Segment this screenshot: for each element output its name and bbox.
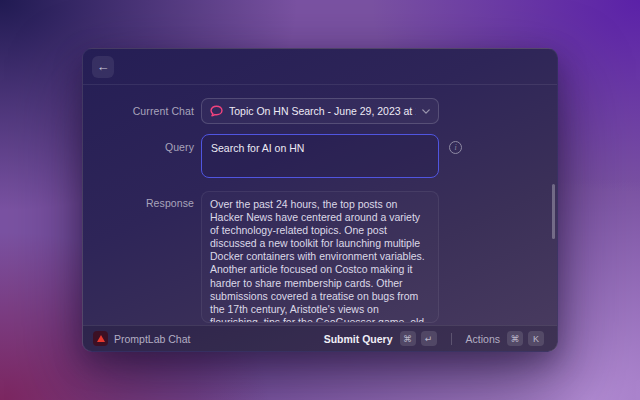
current-chat-value: Topic On HN Search - June 29, 2023 at 1:… <box>229 105 416 117</box>
info-icon[interactable]: i <box>449 141 462 154</box>
scrollbar-thumb[interactable] <box>552 184 555 239</box>
footer-bar: PromptLab Chat Submit Query ⌘ ↵ Actions … <box>83 325 557 351</box>
header-divider <box>83 84 557 85</box>
current-chat-dropdown[interactable]: Topic On HN Search - June 29, 2023 at 1:… <box>201 98 439 124</box>
back-button[interactable]: ← <box>92 56 114 78</box>
command-key-icon: ⌘ <box>507 331 523 346</box>
response-text[interactable]: Over the past 24 hours, the top posts on… <box>201 191 439 323</box>
chevron-down-icon <box>422 109 430 114</box>
footer-separator <box>451 333 452 345</box>
window-header: ← <box>83 49 557 84</box>
query-input[interactable]: Search for AI on HN <box>201 134 439 178</box>
app-name: PromptLab Chat <box>114 333 190 345</box>
k-key-icon: K <box>528 331 544 346</box>
promptlab-logo-icon <box>93 331 108 346</box>
submit-query-label: Submit Query <box>324 333 393 345</box>
chat-bubble-icon <box>210 105 223 117</box>
query-label: Query <box>83 141 194 153</box>
return-key-icon: ↵ <box>421 331 437 346</box>
actions-button[interactable]: Actions ⌘ K <box>463 329 547 348</box>
submit-query-button[interactable]: Submit Query ⌘ ↵ <box>321 329 440 348</box>
footer-actions: Submit Query ⌘ ↵ Actions ⌘ K <box>321 329 547 348</box>
desktop-background: ← Current Chat Topic On HN Search - June… <box>0 0 640 400</box>
actions-label: Actions <box>466 333 500 345</box>
command-key-icon: ⌘ <box>400 331 416 346</box>
promptlab-chat-window: ← Current Chat Topic On HN Search - June… <box>82 48 558 352</box>
back-arrow-icon: ← <box>97 59 110 74</box>
current-chat-label: Current Chat <box>83 105 194 117</box>
response-label: Response <box>83 197 194 209</box>
